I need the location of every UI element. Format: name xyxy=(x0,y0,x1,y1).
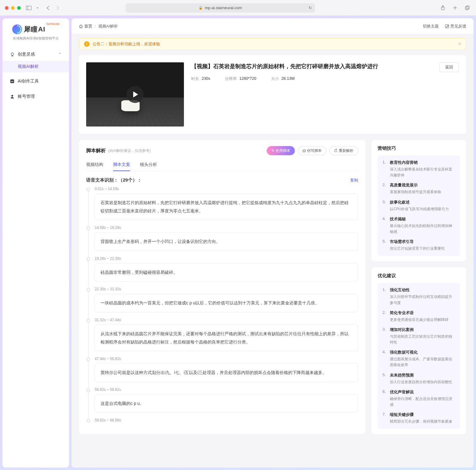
meta-value: 1280*720 xyxy=(239,76,256,82)
tip-item: 强化数据可视化通过图表展示成本、产量等数据提高信息吸收效率 xyxy=(383,350,455,368)
ai-tools-icon: AI xyxy=(10,79,15,84)
breadcrumb-home[interactable]: 首页 xyxy=(79,24,92,29)
nav-group-label: 账号管理 xyxy=(18,94,35,99)
tip-desc: 更多使用通俗语言减少观众理解障碍 xyxy=(390,317,455,323)
transcript-segment: 19.29s ~ 22.30s硅晶圆非常脆弱，受到磕碰很容易破碎。 xyxy=(95,256,358,282)
tip-desc: 与其他制造工艺比较突出芯片制造的独特性 xyxy=(390,334,455,345)
tab[interactable]: 脚本文案 xyxy=(113,159,130,171)
transcript-segment: 47.44s ~ 56.82s英特尔公司就是以这种方式划分出i九、i七、i五以及… xyxy=(95,357,358,382)
segment-time: 22.30s ~ 31.32s xyxy=(95,287,358,291)
tip-title: 强化互动性 xyxy=(390,287,455,293)
video-title: 【视频】石英岩是制造芯片的原始材料，先把它打碎研磨并放入高温熔炉进行 xyxy=(191,62,432,71)
segment-text: 这是台式电脑的c p u。 xyxy=(95,394,358,413)
tip-desc: 直观展现制造细节提升观看体验 xyxy=(390,189,455,195)
transcript-segment: 22.30s ~ 31.32s一块硅晶圆的成本约为一百美元，但把它做成c p u… xyxy=(95,287,358,312)
close-window[interactable] xyxy=(5,6,9,10)
meta-value: 230s xyxy=(202,76,210,82)
nav-group-header-account[interactable]: 账号管理 xyxy=(2,90,69,103)
forward-icon[interactable] xyxy=(54,4,61,12)
transcript-title: 语音文本识别：（29个）： xyxy=(86,177,142,183)
marketing-list: 教育性内容营销深入浅出解释复杂技术吸引专业及科普兴趣群体高质量视觉展示直观展现制… xyxy=(383,160,455,252)
regenerate-button[interactable]: 重新解析 xyxy=(329,146,358,155)
chevron-down-icon[interactable]: ▾ xyxy=(37,6,38,9)
meta-item: 时长230s xyxy=(191,76,210,82)
header: 首页 / 视频AI解析 切换主题 意见反馈 xyxy=(71,18,474,34)
tip-title: 高质量视觉展示 xyxy=(390,182,455,188)
breadcrumb-current: 视频AI解析 xyxy=(98,24,118,29)
logo-badge: StarNeural xyxy=(46,22,59,25)
chevron-up-icon: ⌃ xyxy=(58,52,62,57)
meta-item: 大小26.13M xyxy=(271,76,295,82)
svg-rect-0 xyxy=(26,6,31,10)
meta-label: 时长 xyxy=(191,76,199,82)
nav-group-inspiration: 创意灵感 ⌃ 视频AI解析 xyxy=(2,48,69,72)
address-bar[interactable]: 🔒 mp-ai.starneural.com ↻ xyxy=(126,3,315,13)
tip-item: 教育性内容营销深入浅出解释复杂技术吸引专业及科普兴趣群体 xyxy=(383,160,455,178)
theme-toggle[interactable]: 切换主题 xyxy=(423,24,439,29)
video-meta-row: 时长230s分辨率1280*720大小26.13M xyxy=(191,76,432,82)
play-button[interactable] xyxy=(126,86,144,103)
tip-item: 强化互动性加入问答环节或制作过程互动模拟提升参与度 xyxy=(383,287,455,306)
use-script-button[interactable]: ✎ 使用脚本 xyxy=(267,146,295,155)
tab[interactable]: 镜头分析 xyxy=(140,159,157,171)
reload-icon[interactable]: ↻ xyxy=(309,6,312,10)
home-icon xyxy=(79,24,83,28)
transcript-segment: 31.32s ~ 47.44s从流水线下来的硅晶圆芯片并不能保证完美，还要对每个… xyxy=(95,318,358,351)
tip-item: 市场需求引导突出芯片短缺背景下的行业重要性 xyxy=(383,239,455,252)
share-icon[interactable] xyxy=(439,4,447,12)
nav-group-label: 创意灵感 xyxy=(18,52,35,57)
maximize-window[interactable] xyxy=(17,6,21,10)
nav-group-header-ai-tools[interactable]: AI AI创作工具 xyxy=(2,75,69,88)
tip-title: 技术揭秘 xyxy=(390,216,455,222)
segment-time: 47.44s ~ 56.82s xyxy=(95,357,358,361)
sidebar-toggle-icon[interactable] xyxy=(25,4,32,12)
video-info-card: 【视频】石英岩是制造芯片的原始材料，先把它打碎研磨并放入高温熔炉进行 时长230… xyxy=(79,55,466,134)
tip-item: 优化声音解说确保旁白清晰，配合适当音效增强沉浸感 xyxy=(383,389,455,408)
nav-buttons xyxy=(44,4,61,12)
logo: 犀瞳AI StarNeural 全域电商AI应用&智能营销平台 xyxy=(2,24,69,46)
section-subtitle: (由AI解析建议，仅供参考) xyxy=(108,148,151,153)
svg-point-5 xyxy=(11,53,13,55)
video-thumbnail xyxy=(86,62,184,127)
tip-title: 市场需求引导 xyxy=(390,239,455,244)
tip-item: 高质量视觉展示直观展现制造细节提升观看体验 xyxy=(383,182,455,195)
close-icon[interactable]: × xyxy=(458,41,461,47)
nav-group-header-inspiration[interactable]: 创意灵感 ⌃ xyxy=(2,48,69,61)
imitate-script-button[interactable]: 仿写脚本 xyxy=(298,146,326,155)
tip-title: 缩短关键步骤 xyxy=(390,412,455,417)
tip-item: 未来趋势预测加入行业发展趋势分析增加内容前瞻性 xyxy=(383,373,455,385)
feedback-button[interactable]: 意见反馈 xyxy=(445,24,466,29)
tip-desc: 突出芯片短缺背景下的行业重要性 xyxy=(390,246,455,252)
nav-group-account: 账号管理 xyxy=(2,90,69,103)
browser-chrome: ▾ 🔒 mp-ai.starneural.com ↻ xyxy=(0,0,476,16)
panel-title: 优化建议 xyxy=(378,273,460,279)
meta-label: 分辨率 xyxy=(225,76,237,82)
new-tab-icon[interactable] xyxy=(452,4,459,12)
notice-text: 公告二：音频分析功能上线，欢迎体验 xyxy=(93,41,160,47)
segment-time: 31.32s ~ 47.44s xyxy=(95,318,358,322)
user-icon xyxy=(10,94,15,99)
window-controls xyxy=(5,6,21,10)
copy-all-link[interactable]: 复制 xyxy=(350,178,358,183)
tip-title: 未来趋势预测 xyxy=(390,373,455,378)
edit-icon xyxy=(445,24,449,28)
tab[interactable]: 视频结构 xyxy=(86,159,103,171)
svg-text:AI: AI xyxy=(11,80,13,83)
sidebar-item-video-ai[interactable]: 视频AI解析 xyxy=(2,61,69,72)
back-icon[interactable] xyxy=(44,4,52,12)
tip-desc: 确保旁白清晰，配合适当音效增强沉浸感 xyxy=(390,396,455,408)
transcript-segment: 14.59s ~ 19.29s背面喷上生产条形码，并开一个小凹口，让设备识别它的… xyxy=(95,226,358,251)
tip-desc: 深入浅出解释复杂技术吸引专业及科普兴趣群体 xyxy=(390,167,455,178)
copy-icon xyxy=(302,149,306,152)
transcript-segment: 56.82s ~ 58.62s这是台式电脑的c p u。 xyxy=(95,387,358,413)
logo-subtitle: 全域电商AI应用&智能营销平台 xyxy=(10,36,62,41)
back-button[interactable]: 返回 xyxy=(439,62,459,72)
main: 首页 / 视频AI解析 切换主题 意见反馈 ! 公告二：音频分析功能上线，欢迎体… xyxy=(71,18,474,468)
sidebar: 犀瞳AI StarNeural 全域电商AI应用&智能营销平台 创意灵感 ⌃ 视… xyxy=(2,18,69,468)
meta-label: 大小 xyxy=(271,76,279,82)
tip-title: 简化专业术语 xyxy=(390,310,455,316)
segment-time: 14.59s ~ 19.29s xyxy=(95,226,358,230)
minimize-window[interactable] xyxy=(11,6,15,10)
tabs-icon[interactable] xyxy=(464,4,471,12)
analysis-panel: 脚本解析 (由AI解析建议，仅供参考) ✎ 使用脚本 仿写脚本 xyxy=(79,140,365,434)
